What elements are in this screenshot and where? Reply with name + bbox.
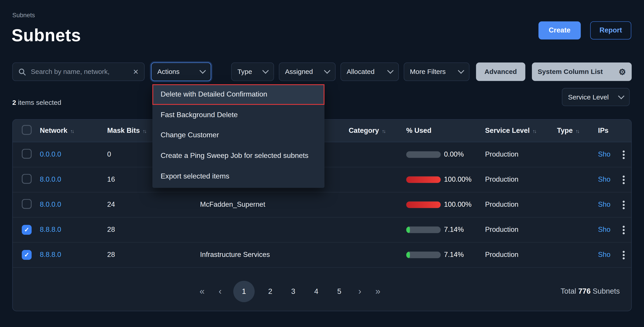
last-page-icon[interactable] (373, 286, 383, 297)
row-checkbox[interactable] (22, 225, 32, 235)
service-level-cell: Production (485, 201, 557, 209)
chevron-down-icon (262, 67, 269, 74)
total-prefix: Total (560, 287, 576, 295)
clear-search-icon[interactable]: × (133, 67, 138, 76)
usage-bar-fill (406, 226, 410, 233)
select-all-checkbox[interactable] (22, 125, 32, 135)
network-link[interactable]: 8.8.8.0 (40, 251, 61, 259)
type-filter-label: Type (238, 68, 258, 76)
used-percent: 7.14% (444, 226, 464, 234)
actions-menu: Delete with Detailed Confirmation Fast B… (152, 84, 324, 188)
search-box[interactable]: × (12, 63, 144, 81)
usage-bar-fill (406, 176, 440, 183)
usage-bar (406, 251, 440, 258)
column-header-ips[interactable]: IPs (598, 127, 616, 135)
menu-item-change-customer[interactable]: Change Customer (152, 125, 324, 145)
breadcrumb: Subnets (12, 12, 35, 18)
chevron-down-icon (458, 67, 464, 74)
page-button[interactable]: 4 (309, 287, 324, 296)
ips-link[interactable]: Sho (598, 151, 610, 158)
row-checkbox[interactable] (22, 199, 32, 208)
selected-count-text: 2 items selected (12, 99, 61, 107)
row-menu-icon[interactable] (622, 254, 624, 256)
used-percent: 100.00% (444, 201, 472, 209)
row-menu-icon[interactable] (622, 204, 624, 206)
chevron-down-icon (618, 93, 624, 99)
column-header-used[interactable]: % Used (406, 127, 485, 135)
network-link[interactable]: 8.0.0.0 (40, 176, 61, 183)
more-filters-dropdown[interactable]: More Filters (404, 63, 470, 81)
prev-page-icon[interactable] (215, 286, 225, 297)
system-column-list-button[interactable]: System Column List ⚙ (532, 63, 632, 81)
used-percent: 0.00% (444, 151, 464, 159)
chevron-down-icon (200, 67, 206, 74)
table-row-partial (13, 268, 631, 272)
page-button[interactable]: 2 (263, 287, 278, 296)
first-page-icon[interactable] (197, 286, 207, 297)
mask-bits-cell: 24 (107, 201, 200, 209)
page-button[interactable]: 1 (234, 281, 255, 302)
next-page-icon[interactable] (355, 286, 365, 297)
ips-link[interactable]: Sho (598, 226, 610, 234)
chevron-down-icon (324, 67, 330, 74)
column-header-network[interactable]: Network (40, 127, 107, 135)
column-header-mask-bits-label: Mask Bits (107, 127, 140, 135)
ips-link[interactable]: Sho (598, 201, 610, 208)
total-suffix: Subnets (593, 287, 620, 295)
row-menu-icon[interactable] (622, 179, 624, 181)
row-checkbox[interactable] (22, 250, 32, 260)
menu-item-create-ping-sweep-job[interactable]: Create a Ping Sweep Job for selected sub… (152, 146, 324, 166)
usage-bar (406, 151, 440, 158)
name-cell: Infrastructure Services (200, 251, 349, 259)
menu-item-fast-background-delete[interactable]: Fast Background Delete (152, 105, 324, 125)
total-count-text: Total 776 Subnets (560, 287, 620, 296)
name-cell: McFadden_Supernet (200, 201, 349, 209)
type-filter-dropdown[interactable]: Type (231, 63, 274, 81)
ips-link[interactable]: Sho (598, 176, 610, 183)
row-menu-icon[interactable] (622, 229, 624, 231)
create-button[interactable]: Create (538, 21, 581, 40)
service-level-dropdown-label: Service Level (568, 93, 614, 101)
used-percent: 7.14% (444, 251, 464, 259)
column-header-service-level-label: Service Level (485, 127, 530, 135)
page-button[interactable]: 5 (332, 287, 346, 296)
subnets-page: Subnets Subnets Create Report × Actions … (0, 0, 644, 327)
usage-bar-fill (406, 201, 440, 208)
ips-link[interactable]: Sho (598, 251, 610, 259)
used-percent: 100.00% (444, 176, 472, 184)
column-header-used-label: % Used (406, 127, 432, 135)
menu-item-export-selected-items[interactable]: Export selected items (152, 166, 324, 186)
network-link[interactable]: 8.8.8.0 (40, 226, 61, 234)
service-level-cell: Production (485, 226, 557, 234)
row-menu-icon[interactable] (622, 154, 624, 156)
service-level-cell: Production (485, 176, 557, 184)
used-cell: 7.14% (406, 226, 485, 234)
sort-icon (532, 127, 536, 135)
network-link[interactable]: 8.0.0.0 (40, 201, 61, 208)
sort-icon (70, 127, 74, 135)
search-input[interactable] (30, 67, 131, 76)
selected-count: 2 (12, 99, 16, 106)
column-header-category[interactable]: Category (349, 127, 406, 135)
page-button[interactable]: 3 (286, 287, 301, 296)
service-level-dropdown[interactable]: Service Level (562, 88, 630, 106)
sort-icon (143, 127, 146, 135)
gear-icon: ⚙ (618, 68, 626, 76)
mask-bits-cell: 28 (107, 226, 200, 234)
assigned-filter-dropdown[interactable]: Assigned (279, 63, 336, 81)
service-level-cell: Production (485, 251, 557, 259)
column-header-service-level[interactable]: Service Level (485, 127, 557, 135)
allocated-filter-dropdown[interactable]: Allocated (340, 63, 399, 81)
report-button[interactable]: Report (590, 21, 632, 40)
allocated-filter-label: Allocated (346, 68, 383, 76)
actions-dropdown[interactable]: Actions (151, 63, 211, 81)
column-header-type[interactable]: Type (557, 127, 598, 135)
table-footer: 1 2 3 4 5 Total 776 Subnets (13, 272, 631, 311)
network-link[interactable]: 0.0.0.0 (40, 151, 61, 158)
advanced-button[interactable]: Advanced (476, 63, 525, 81)
row-checkbox[interactable] (22, 174, 32, 183)
column-header-network-label: Network (40, 127, 67, 135)
mask-bits-cell: 28 (107, 251, 200, 259)
row-checkbox[interactable] (22, 149, 32, 159)
menu-item-delete-with-detailed-confirmation[interactable]: Delete with Detailed Confirmation (152, 84, 324, 105)
